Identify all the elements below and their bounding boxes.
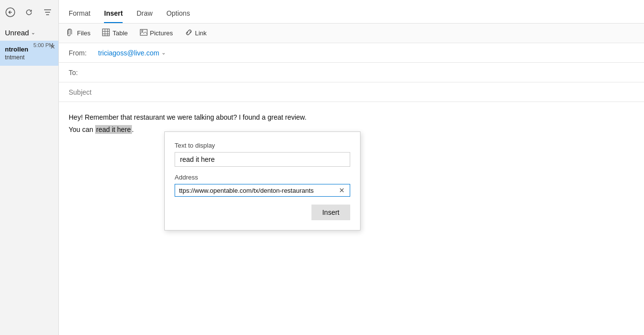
text-to-display-label: Text to display (175, 142, 350, 149)
to-row: To: (59, 63, 644, 82)
popup-footer: Insert (175, 205, 350, 220)
svg-rect-9 (140, 29, 147, 35)
to-input[interactable] (98, 69, 634, 77)
from-chevron-icon: ⌄ (161, 50, 166, 56)
email-body: Hey! Remember that restaurant we were ta… (59, 102, 644, 335)
unread-label: Unread (5, 28, 29, 37)
link-label: Link (195, 29, 207, 37)
email-subject: tntment (5, 54, 52, 61)
from-label: From: (69, 49, 98, 57)
address-row: ✕ (175, 184, 350, 197)
pictures-label: Pictures (150, 29, 173, 37)
subject-row (59, 82, 644, 102)
svg-rect-4 (103, 29, 109, 36)
email-list-item[interactable]: ✕ ntrollen 5:00 PM tntment (0, 41, 58, 66)
refresh-icon[interactable] (24, 7, 34, 18)
compose-area: From: triciagoss@live.com ⌄ To: Hey! Rem… (59, 43, 644, 335)
table-icon (102, 28, 110, 38)
chevron-down-icon: ⌄ (31, 29, 35, 36)
toolbar-files[interactable]: Files (67, 28, 90, 38)
text-to-display-input[interactable] (175, 152, 350, 167)
attachment-icon (67, 28, 75, 38)
body-prefix: You can (69, 126, 95, 133)
subject-input[interactable] (69, 88, 634, 96)
body-suffix: . (132, 126, 134, 133)
pictures-icon (140, 28, 148, 38)
table-label: Table (112, 29, 128, 37)
email-sender: ntrollen (5, 46, 28, 53)
link-icon (185, 28, 193, 38)
back-icon[interactable] (5, 7, 16, 18)
from-row: From: triciagoss@live.com ⌄ (59, 43, 644, 63)
body-link-text: read it here (95, 125, 132, 134)
filter-icon[interactable] (42, 7, 53, 18)
files-label: Files (77, 29, 90, 37)
tab-draw[interactable]: Draw (136, 3, 153, 23)
sidebar: Unread ⌄ ✕ ntrollen 5:00 PM tntment (0, 0, 59, 335)
address-label: Address (175, 174, 350, 181)
to-label: To: (69, 69, 98, 77)
address-input[interactable] (179, 187, 338, 194)
toolbar: Files Table Pict (59, 24, 644, 43)
tab-bar: Format Insert Draw Options (59, 0, 644, 24)
link-insert-popup: Text to display Address ✕ Insert (164, 131, 361, 231)
toolbar-link[interactable]: Link (185, 28, 207, 38)
toolbar-pictures[interactable]: Pictures (140, 28, 173, 38)
insert-link-button[interactable]: Insert (311, 205, 350, 220)
clear-address-button[interactable]: ✕ (338, 186, 346, 194)
body-line1: Hey! Remember that restaurant we were ta… (69, 112, 634, 123)
tab-insert[interactable]: Insert (104, 3, 123, 23)
svg-point-10 (141, 30, 143, 32)
from-email-address[interactable]: triciagoss@live.com ⌄ (98, 49, 166, 57)
main-panel: Format Insert Draw Options Files (59, 0, 644, 335)
unread-filter[interactable]: Unread ⌄ (0, 25, 58, 41)
tab-options[interactable]: Options (166, 3, 190, 23)
toolbar-table[interactable]: Table (102, 28, 128, 38)
tab-format[interactable]: Format (69, 3, 90, 23)
close-email-button[interactable]: ✕ (50, 44, 55, 50)
sidebar-top-icons (0, 0, 58, 25)
